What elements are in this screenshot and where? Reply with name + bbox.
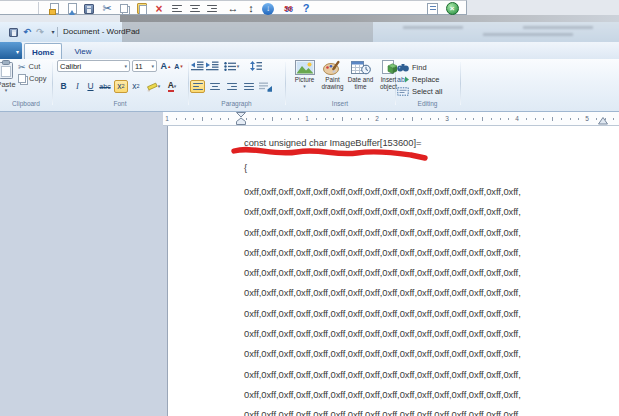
- svg-text:ab: ab: [397, 76, 405, 83]
- justify-button[interactable]: [241, 80, 256, 93]
- ruler-tick: [473, 118, 474, 120]
- justify-icon: [244, 83, 254, 90]
- ruler-number: 5: [585, 115, 589, 122]
- cut-icon[interactable]: ✂: [99, 2, 115, 15]
- right-indent-marker[interactable]: [598, 113, 608, 125]
- ruler-tick: [465, 118, 466, 120]
- replace-button[interactable]: ab Replace: [397, 74, 440, 85]
- shrink-font-button[interactable]: A▾: [172, 60, 185, 72]
- copy-label: Copy: [29, 74, 47, 83]
- hex-line: 0xff,0xff,0xff,0xff,0xff,0xff,0xff,0xff,…: [244, 389, 616, 409]
- superscript-button[interactable]: x2: [129, 80, 143, 93]
- calendar-clock-icon: [351, 60, 371, 75]
- align-left-button[interactable]: [190, 80, 205, 93]
- decrease-indent-button[interactable]: [190, 60, 204, 72]
- paste-icon[interactable]: [134, 2, 150, 15]
- date-and-time-label: Date and time: [347, 76, 374, 90]
- ruler-tick: [421, 118, 422, 120]
- line-spacing-button[interactable]: [245, 60, 266, 72]
- paragraph-dialog-button[interactable]: [258, 80, 273, 93]
- paragraph-group-label: Paragraph: [188, 100, 285, 107]
- select-all-button[interactable]: Select all: [397, 86, 442, 97]
- network-stop-icon[interactable]: ×: [444, 2, 460, 15]
- save-button[interactable]: [7, 26, 19, 38]
- save-icon: [9, 28, 18, 37]
- font-group-label: Font: [52, 100, 188, 107]
- ruler-tick: [535, 118, 536, 120]
- fit-vertical-icon[interactable]: ↕: [243, 2, 259, 15]
- grow-font-button[interactable]: A▴: [159, 60, 172, 72]
- ruler-tick: [333, 118, 334, 120]
- paragraph-settings-icon: [259, 82, 272, 92]
- ruler-tick: [543, 118, 544, 120]
- find-button[interactable]: Find: [397, 62, 427, 73]
- align-left-icon[interactable]: [169, 2, 185, 15]
- paint-drawing-button[interactable]: Paint drawing: [319, 60, 346, 104]
- highlighter-pen-icon: [146, 82, 158, 92]
- clipboard-icon: [0, 60, 14, 80]
- copy-icon[interactable]: [116, 2, 132, 15]
- select-all-label: Select all: [412, 87, 442, 96]
- spelling-icon[interactable]: 56: [280, 2, 296, 15]
- document-page[interactable]: const unsigned char ImageBuffer[153600]=…: [168, 126, 619, 416]
- align-right-button[interactable]: [224, 80, 239, 93]
- italic-button[interactable]: I: [71, 80, 84, 93]
- import-page-icon[interactable]: [46, 2, 62, 15]
- increase-indent-button[interactable]: [205, 60, 219, 72]
- subscript-button[interactable]: x2: [114, 80, 128, 93]
- highlight-color-button[interactable]: ▾: [144, 80, 162, 93]
- bold-button[interactable]: B: [57, 80, 70, 93]
- ruler-number: 2: [375, 115, 379, 122]
- insert-picture-button[interactable]: Picture ▾: [291, 60, 318, 104]
- ruler[interactable]: 112345: [163, 112, 619, 126]
- indent-marker[interactable]: [236, 112, 246, 125]
- save-icon[interactable]: [81, 2, 97, 15]
- font-family-select[interactable]: Calibri ▾: [57, 60, 130, 72]
- hex-line: 0xff,0xff,0xff,0xff,0xff,0xff,0xff,0xff,…: [244, 369, 616, 389]
- copy-button[interactable]: Copy: [18, 73, 47, 84]
- cut-label: Cut: [29, 62, 41, 71]
- ruler-tick: [246, 118, 247, 120]
- ruler-tick: [605, 118, 606, 120]
- picture-label: Picture: [295, 76, 315, 83]
- ruler-tick: [526, 118, 527, 120]
- window-title: Document - WordPad: [63, 27, 140, 36]
- ruler-tick: [578, 118, 579, 120]
- redo-button[interactable]: ↷: [34, 26, 46, 38]
- align-center-button[interactable]: [207, 80, 222, 93]
- grow-font-icon: A: [160, 61, 167, 71]
- background-window-edge: [120, 15, 619, 22]
- screen: ✂ × ↔ ↕ ↓ 56 ? × ↶ ↷ ▾ Document - WordPa…: [0, 0, 619, 416]
- date-and-time-button[interactable]: Date and time: [347, 60, 374, 104]
- cut-button[interactable]: ✂ Cut: [18, 61, 40, 72]
- object-cube-icon: [379, 60, 399, 75]
- chevron-down-icon: ▾: [124, 63, 127, 69]
- delete-icon[interactable]: ×: [151, 2, 167, 15]
- copy-icon: [18, 74, 26, 83]
- wordpad-menu-button[interactable]: ▾: [0, 42, 22, 60]
- ruler-number: 3: [445, 115, 449, 122]
- tab-view[interactable]: View: [65, 43, 101, 60]
- font-color-button[interactable]: A ▾: [163, 80, 181, 93]
- font-size-select[interactable]: 11 ▾: [132, 60, 157, 72]
- align-center-icon[interactable]: [187, 2, 203, 15]
- bullets-button[interactable]: ▾: [221, 60, 242, 72]
- ruler-tick: [316, 118, 317, 120]
- titlebar-separator: [57, 27, 58, 37]
- tab-home[interactable]: Home: [24, 43, 62, 60]
- ruler-number: 1: [165, 115, 169, 122]
- ruler-tick: [561, 118, 562, 120]
- task-list-icon[interactable]: [424, 2, 440, 15]
- document-text: const unsigned char ImageBuffer[153600]=…: [244, 137, 616, 416]
- undo-button[interactable]: ↶: [21, 26, 33, 38]
- underline-button[interactable]: U: [84, 80, 97, 93]
- align-right-icon[interactable]: [204, 2, 220, 15]
- editing-group-label: Editing: [395, 100, 460, 107]
- strikethrough-button[interactable]: abc: [97, 80, 113, 93]
- shrink-font-icon: A: [174, 63, 179, 70]
- export-page-icon[interactable]: [64, 2, 80, 15]
- background-toolbar-panel: ✂ × ↔ ↕ ↓ 56 ? ×: [0, 0, 467, 15]
- fit-horizontal-icon[interactable]: ↔: [225, 2, 241, 15]
- download-icon[interactable]: ↓: [260, 2, 276, 15]
- help-icon[interactable]: ?: [298, 2, 314, 15]
